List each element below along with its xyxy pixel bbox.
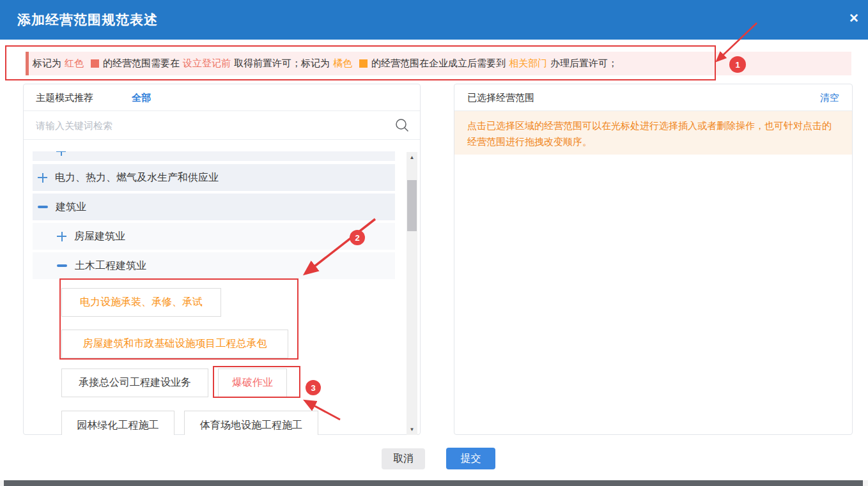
tree-row-label: 房屋建筑业 <box>74 230 125 243</box>
annotation-circle-1: 1 <box>729 56 746 73</box>
tree-row-label: 建筑业 <box>56 201 86 214</box>
expand-icon[interactable] <box>38 173 47 183</box>
modal-header: 添加经营范围规范表述 ✕ <box>0 0 868 40</box>
category-tree: 电力、热力、燃气及水生产和供应业 建筑业 房屋建筑业 土木工程建筑业 电力设施承… <box>24 151 420 435</box>
red-square-icon <box>91 59 99 68</box>
business-scope-picker-panel: 主题模式推荐 全部 电力、热力、燃气及水生产和供应业 建筑业 房屋建筑业 <box>23 84 421 435</box>
scrollbar-track[interactable]: ▲ ▼ <box>407 152 417 435</box>
tree-row-construction[interactable]: 建筑业 <box>33 194 395 220</box>
scroll-down-icon[interactable]: ▼ <box>407 424 417 435</box>
scrollbar-thumb[interactable] <box>407 180 417 231</box>
annotation-circle-2: 2 <box>350 230 365 245</box>
expand-icon[interactable] <box>57 232 66 241</box>
tree-row-clipped[interactable] <box>33 151 395 161</box>
horizontal-scrollbar-thumb[interactable] <box>4 480 863 486</box>
tab-all[interactable]: 全部 <box>132 92 151 104</box>
expand-icon[interactable] <box>56 151 66 156</box>
selected-panel-header: 已选择经营范围 清空 <box>454 84 852 111</box>
close-icon[interactable]: ✕ <box>849 12 859 24</box>
notice-orange-word: 橘色 <box>333 57 352 70</box>
scope-chip-electric-installation[interactable]: 电力设施承装、承修、承试 <box>61 288 221 317</box>
scope-chip-landscaping[interactable]: 园林绿化工程施工 <box>61 411 174 435</box>
notice-text: 的经营范围需要在 <box>103 57 180 70</box>
scroll-up-icon[interactable]: ▲ <box>407 152 417 163</box>
notice-red-word: 红色 <box>65 57 84 70</box>
notice-text: 的经营范围在企业成立后需要到 <box>371 57 506 70</box>
notice-dept-word: 相关部门 <box>509 57 547 70</box>
notice-text: 取得前置许可；标记为 <box>234 57 330 70</box>
orange-square-icon <box>359 59 368 68</box>
tree-row-house-construction[interactable]: 房屋建筑业 <box>33 223 395 250</box>
scope-chip-head-office-projects[interactable]: 承接总公司工程建设业务 <box>61 368 208 397</box>
tree-row-civil-engineering[interactable]: 土木工程建筑业 <box>33 252 395 279</box>
scope-chip-general-contracting[interactable]: 房屋建筑和市政基础设施项目工程总承包 <box>61 330 288 358</box>
scope-chip-sports-facilities[interactable]: 体育场地设施工程施工 <box>184 411 318 435</box>
cancel-button[interactable]: 取消 <box>382 448 425 469</box>
notice-pre-register-word: 设立登记前 <box>183 57 231 70</box>
collapse-icon[interactable] <box>57 264 67 267</box>
search-input[interactable] <box>36 111 381 139</box>
page-title: 添加经营范围规范表述 <box>17 11 158 29</box>
annotation-circle-3: 3 <box>306 380 321 395</box>
license-notice-bar: 标记为 红色 的经营范围需要在 设立登记前 取得前置许可；标记为 橘色 的经营范… <box>26 52 851 75</box>
tree-row-label: 土木工程建筑业 <box>75 259 146 273</box>
tree-row-power-supply[interactable]: 电力、热力、燃气及水生产和供应业 <box>33 164 395 191</box>
selected-scope-panel: 已选择经营范围 清空 点击已选择区域的经营范围可以在光标处进行选择插入或者删除操… <box>454 84 853 435</box>
notice-text: 标记为 <box>33 57 61 70</box>
scope-chip-blasting[interactable]: 爆破作业 <box>218 368 287 397</box>
selected-panel-title: 已选择经营范围 <box>467 92 534 104</box>
collapse-icon[interactable] <box>38 206 48 208</box>
tab-theme-recommend[interactable]: 主题模式推荐 <box>36 92 93 104</box>
clear-button[interactable]: 清空 <box>820 92 839 104</box>
tab-bar: 主题模式推荐 全部 <box>24 84 420 111</box>
search-bar <box>24 111 420 140</box>
submit-button[interactable]: 提交 <box>446 448 495 469</box>
tree-row-label: 电力、热力、燃气及水生产和供应业 <box>55 171 219 185</box>
search-icon[interactable] <box>394 118 410 135</box>
notice-text: 办理后置许可； <box>550 57 617 70</box>
selected-panel-hint: 点击已选择区域的经营范围可以在光标处进行选择插入或者删除操作，也可针对点击的经营… <box>454 111 852 155</box>
